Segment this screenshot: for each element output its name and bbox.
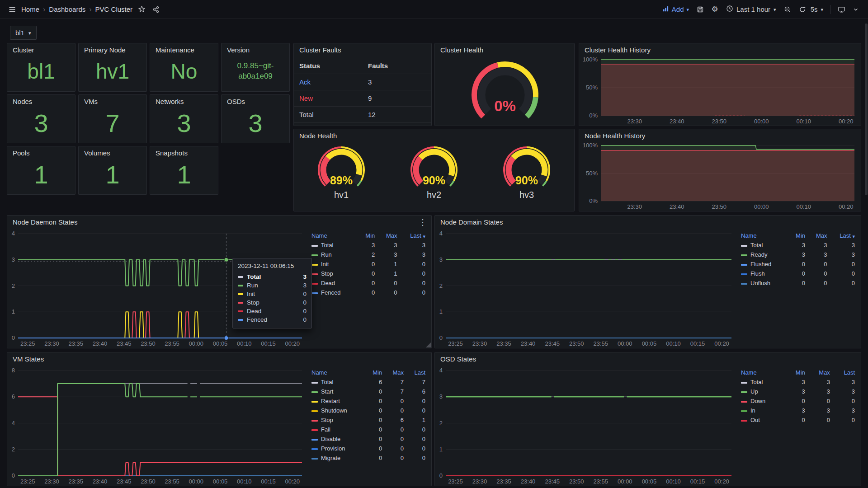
refresh-interval-picker[interactable]: 5s ▾ [810, 5, 827, 13]
panel-title[interactable]: OSDs [222, 95, 289, 108]
series-name[interactable]: Total [750, 242, 763, 249]
series-name[interactable]: Total [750, 379, 763, 385]
panel-title[interactable]: Cluster Faults [294, 43, 431, 57]
panel-title[interactable]: Node Daemon States [7, 216, 431, 229]
series-name[interactable]: Shutdown [321, 407, 347, 414]
legend-series-row[interactable]: Out000 [739, 415, 857, 425]
time-series-chart[interactable]: 0%50%100%23:3023:4023:5000:0000:1000:20 [579, 56, 861, 126]
series-name[interactable]: Flush [750, 270, 765, 277]
tv-mode-button[interactable] [835, 3, 848, 16]
legend-header-last[interactable]: Last ▾ [830, 231, 857, 240]
legend-series-row[interactable]: Disable000 [309, 434, 428, 444]
panel-title[interactable]: Primary Node [79, 43, 146, 57]
variable-picker-cluster[interactable]: bl1 ▾ [10, 26, 37, 40]
legend-header-name[interactable]: Name [309, 368, 365, 377]
panel-title[interactable]: Cluster [7, 43, 75, 57]
legend-header-last[interactable]: Last ▾ [400, 231, 428, 240]
series-name[interactable]: Flushed [750, 261, 771, 267]
legend-series-row[interactable]: Provision000 [309, 444, 428, 453]
panel-title[interactable]: VM States [7, 352, 431, 366]
series-name[interactable]: Disable [321, 436, 340, 442]
series-name[interactable]: Fail [321, 426, 330, 433]
panel-title[interactable]: Volumes [79, 146, 146, 160]
legend-header-last[interactable]: Last [832, 368, 857, 377]
favorite-button[interactable] [135, 3, 148, 16]
series-name[interactable]: Dead [321, 280, 335, 286]
legend-series-row[interactable]: Dead000 [309, 278, 428, 288]
breadcrumb-home[interactable]: Home [20, 5, 41, 13]
legend-header-name[interactable]: Name [739, 231, 788, 240]
legend-series-row[interactable]: Ready333 [739, 250, 857, 259]
legend-header-name[interactable]: Name [739, 368, 785, 377]
legend-header-last[interactable]: Last [406, 368, 428, 377]
panel-title[interactable]: Pools [7, 146, 75, 160]
series-name[interactable]: Init [321, 261, 329, 267]
legend-series-row[interactable]: Migrate000 [309, 453, 428, 463]
panel-menu-icon[interactable]: ⋮ [419, 217, 427, 227]
panel-title[interactable]: Cluster Health [435, 43, 574, 57]
legend-series-row[interactable]: Fail000 [309, 425, 428, 434]
save-dashboard-button[interactable] [693, 3, 707, 16]
series-name[interactable]: Run [321, 251, 332, 258]
legend-series-row[interactable]: Flushed000 [739, 259, 857, 269]
legend-series-row[interactable]: Unflush000 [739, 278, 857, 288]
legend-header-min[interactable]: Min [357, 231, 377, 240]
time-range-picker[interactable]: Last 1 hour ▾ [722, 5, 780, 14]
series-name[interactable]: Stop [321, 270, 333, 277]
series-name[interactable]: Start [321, 388, 333, 395]
zoom-out-time-button[interactable] [781, 3, 794, 16]
series-name[interactable]: Total [321, 379, 333, 385]
panel-title[interactable]: Networks [150, 95, 218, 108]
panel-title[interactable]: Node Domain States [435, 216, 861, 229]
panel-resize-handle[interactable] [426, 343, 431, 347]
add-panel-button[interactable]: Add ▾ [659, 5, 693, 14]
panel-title[interactable]: Snapshots [150, 146, 218, 160]
legend-header-max[interactable]: Max [807, 231, 830, 240]
series-name[interactable]: Restart [321, 398, 340, 404]
legend-series-row[interactable]: Up333 [739, 387, 857, 396]
series-name[interactable]: Ready [750, 251, 768, 258]
panel-title[interactable]: Version [222, 43, 289, 57]
legend-header-min[interactable]: Min [785, 368, 807, 377]
legend-header-name[interactable]: Name [309, 231, 357, 240]
time-series-chart[interactable]: 0123423:2523:3023:3523:4023:4523:5023:55… [435, 367, 738, 486]
legend-series-row[interactable]: In333 [739, 406, 857, 415]
dashboard-settings-button[interactable]: ⚙ [708, 3, 722, 16]
panel-title[interactable]: VMs [79, 95, 146, 108]
legend-series-row[interactable]: Restart000 [309, 396, 428, 406]
collapse-toolbar-button[interactable] [849, 3, 863, 16]
legend-header-max[interactable]: Max [384, 368, 406, 377]
panel-title[interactable]: Node Health [294, 129, 574, 143]
legend-header-min[interactable]: Min [788, 231, 807, 240]
legend-series-row[interactable]: Start076 [309, 387, 428, 396]
series-name[interactable]: Provision [321, 445, 345, 452]
time-series-chart[interactable]: 0123423:2523:3023:3523:4023:4523:5023:55… [435, 230, 738, 348]
panel-title[interactable]: Cluster Health History [579, 43, 861, 57]
legend-series-row[interactable]: Stop061 [309, 415, 428, 425]
legend-series-row[interactable]: Shutdown000 [309, 406, 428, 415]
legend-series-row[interactable]: Stop010 [309, 269, 428, 278]
series-name[interactable]: Fenced [321, 289, 340, 296]
legend-header-max[interactable]: Max [377, 231, 399, 240]
legend-series-row[interactable]: Total333 [739, 377, 857, 387]
legend-series-row[interactable]: Fenced000 [309, 288, 428, 297]
panel-title[interactable]: Nodes [7, 95, 75, 108]
time-series-chart[interactable]: 0%50%100%23:3023:4023:5000:0000:1000:20 [579, 142, 861, 211]
legend-header-max[interactable]: Max [807, 368, 832, 377]
legend-series-row[interactable]: Total333 [739, 240, 857, 250]
breadcrumb-current-dashboard[interactable]: PVC Cluster [94, 5, 134, 13]
panel-title[interactable]: OSD States [435, 352, 861, 366]
refresh-button[interactable] [795, 3, 809, 16]
time-series-chart[interactable]: 0246823:2523:3023:3523:4023:4523:5023:55… [7, 367, 308, 486]
series-name[interactable]: In [750, 407, 755, 414]
panel-title[interactable]: Maintenance [150, 43, 218, 57]
breadcrumb-dashboards[interactable]: Dashboards [47, 5, 87, 13]
series-name[interactable]: Stop [321, 417, 333, 423]
series-name[interactable]: Out [750, 417, 760, 423]
legend-series-row[interactable]: Run233 [309, 250, 428, 259]
legend-series-row[interactable]: Flush000 [739, 269, 857, 278]
fault-status-ack[interactable]: Ack [294, 78, 363, 86]
series-name[interactable]: Unflush [750, 280, 770, 286]
scrollbar-thumb[interactable] [865, 23, 868, 195]
series-name[interactable]: Down [750, 398, 765, 404]
